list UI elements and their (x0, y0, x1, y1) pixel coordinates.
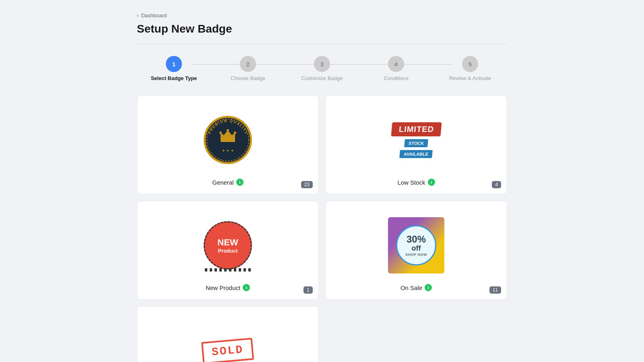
badge-cards-grid: PREMIUM QUALITY ✦ ✦ ✦ General i 23 LIMIT… (137, 95, 507, 362)
badge-card-low-stock[interactable]: LIMITED STOCK AVAILABLE Low Stock i 4 (325, 95, 507, 194)
step-1-circle: 1 (166, 56, 182, 72)
stepper: 1 Select Badge Type 2 Choose Badge 3 Cus… (137, 56, 507, 81)
new-product-visual: NEW Product (204, 221, 252, 269)
step-4-label: Conditions (384, 75, 408, 81)
svg-point-8 (234, 132, 236, 134)
count-new-product: 1 (303, 286, 313, 294)
on-sale-circle: 30% off SHOP NOW (396, 225, 436, 265)
count-general: 23 (301, 181, 313, 188)
on-sale-pct: 30% (407, 234, 426, 244)
badge-image-new-product: NEW Product (196, 213, 260, 278)
count-low-stock: 4 (492, 181, 501, 188)
step-3-label: Customize Badge (301, 75, 343, 81)
count-on-sale: 11 (489, 286, 501, 294)
breadcrumb[interactable]: ‹ Dashboard (137, 12, 507, 19)
badge-name-low-stock: Low Stock i (397, 179, 435, 186)
badge-name-new-product: New Product i (206, 284, 250, 291)
new-product-line1: NEW (217, 237, 238, 248)
info-icon-general[interactable]: i (236, 179, 244, 186)
step-5-circle: 5 (462, 56, 478, 72)
divider (137, 43, 507, 44)
step-2-circle: 2 (240, 56, 256, 72)
badge-name-general: General i (212, 179, 243, 186)
info-icon-new-product[interactable]: i (243, 284, 250, 291)
step-3[interactable]: 3 Customize Badge (285, 56, 359, 81)
svg-text:✦ ✦ ✦: ✦ ✦ ✦ (222, 148, 234, 153)
svg-rect-5 (221, 140, 235, 142)
breadcrumb-label: Dashboard (141, 12, 167, 19)
back-arrow-icon: ‹ (137, 12, 139, 19)
badge-image-general: PREMIUM QUALITY ✦ ✦ ✦ (196, 108, 260, 172)
limited-avail-text: AVAILABLE (399, 150, 433, 158)
on-sale-shop: SHOP NOW (405, 253, 427, 257)
on-sale-off: off (412, 244, 421, 253)
step-5[interactable]: 5 Review & Activate (433, 56, 507, 81)
step-2[interactable]: 2 Choose Badge (211, 56, 285, 81)
step-2-label: Choose Badge (231, 75, 265, 81)
new-product-line2: Product (218, 248, 237, 254)
badge-card-sold-out[interactable]: SOLD Sold Out i 3 (137, 306, 319, 362)
badge-card-new-product[interactable]: NEW Product New Product i 1 (137, 201, 319, 300)
step-4[interactable]: 4 Conditions (359, 56, 433, 81)
badge-card-general[interactable]: PREMIUM QUALITY ✦ ✦ ✦ General i 23 (137, 95, 319, 194)
step-1[interactable]: 1 Select Badge Type (137, 56, 211, 81)
limited-sub-text: STOCK (404, 139, 428, 147)
badge-name-on-sale: On Sale i (400, 284, 432, 291)
svg-point-6 (219, 132, 222, 134)
info-icon-low-stock[interactable]: i (428, 179, 435, 186)
premium-quality-svg: PREMIUM QUALITY ✦ ✦ ✦ (202, 114, 254, 166)
limited-main-text: LIMITED (391, 122, 442, 136)
page-title: Setup New Badge (137, 23, 507, 35)
step-1-label: Select Badge Type (151, 75, 197, 81)
badge-image-on-sale: 30% off SHOP NOW (384, 213, 448, 278)
on-sale-visual: 30% off SHOP NOW (388, 217, 444, 274)
info-icon-on-sale[interactable]: i (425, 284, 432, 291)
limited-stock-visual: LIMITED STOCK AVAILABLE (392, 122, 441, 158)
step-4-circle: 4 (388, 56, 404, 72)
badge-card-on-sale[interactable]: 30% off SHOP NOW On Sale i 11 (325, 201, 507, 300)
step-5-label: Review & Activate (449, 75, 491, 81)
badge-image-low-stock: LIMITED STOCK AVAILABLE (384, 108, 448, 172)
step-3-circle: 3 (314, 56, 330, 72)
badge-image-sold-out: SOLD (196, 319, 260, 362)
svg-point-7 (227, 129, 229, 132)
sold-out-visual: SOLD (201, 337, 254, 362)
